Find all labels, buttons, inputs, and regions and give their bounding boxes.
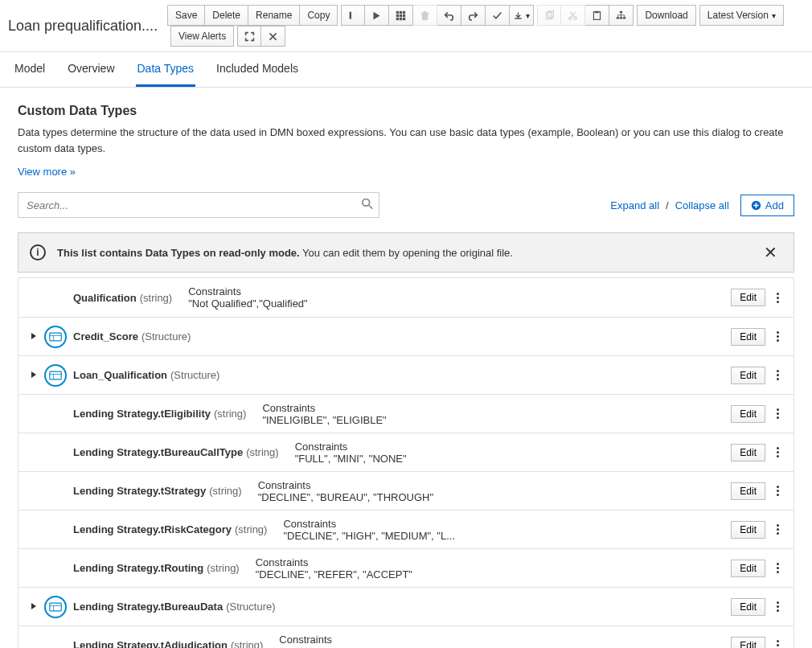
tab-model[interactable]: Model: [13, 52, 47, 87]
close-icon-button[interactable]: [261, 26, 285, 47]
svg-rect-15: [620, 10, 622, 12]
tab-included-models[interactable]: Included Models: [215, 52, 300, 87]
data-type-row: Lending Strategy.tStrategy (string)Const…: [18, 471, 794, 510]
svg-rect-7: [400, 17, 402, 19]
page-title: Loan prequalification....: [8, 18, 161, 35]
edit-button[interactable]: Edit: [731, 637, 765, 649]
banner-close-icon[interactable]: ✕: [759, 243, 782, 262]
data-type-name: Lending Strategy.tRiskCategory: [73, 523, 232, 535]
tab-overview[interactable]: Overview: [66, 52, 116, 87]
search-icon[interactable]: [362, 199, 373, 212]
edit-button[interactable]: Edit: [731, 289, 765, 306]
kebab-menu-icon[interactable]: [773, 289, 782, 306]
edit-button[interactable]: Edit: [731, 598, 765, 616]
view-alerts-button[interactable]: View Alerts: [170, 26, 234, 47]
edit-button[interactable]: Edit: [731, 560, 765, 577]
download-button[interactable]: Download: [637, 5, 695, 26]
svg-rect-18: [623, 17, 625, 18]
svg-rect-17: [620, 17, 622, 18]
copy-clip-icon-button[interactable]: [537, 5, 561, 26]
collapse-all-link[interactable]: Collapse all: [675, 199, 729, 211]
structure-icon: [44, 364, 67, 387]
grid-icon-button[interactable]: [389, 5, 413, 26]
edit-button[interactable]: Edit: [731, 367, 765, 384]
constraints-value: "INELIGIBLE", "ELIGIBLE": [262, 414, 386, 426]
edit-button[interactable]: Edit: [731, 521, 765, 539]
data-type-row: Qualification (string)Constraints"Not Qu…: [18, 278, 794, 317]
kebab-menu-icon[interactable]: [773, 598, 782, 615]
svg-rect-27: [50, 603, 61, 611]
expand-caret-icon[interactable]: [30, 369, 38, 381]
run-icon-button[interactable]: [365, 5, 389, 26]
trash-icon-button[interactable]: [413, 5, 437, 26]
data-type-kind: (string): [209, 485, 241, 497]
view-more-link[interactable]: View more »: [18, 166, 76, 178]
kebab-menu-icon[interactable]: [773, 482, 782, 499]
kebab-menu-icon[interactable]: [773, 521, 782, 538]
data-type-name: Lending Strategy.tBureauData: [73, 601, 223, 613]
data-type-name: Credit_Score: [73, 330, 138, 342]
info-banner: i This list contains Data Types on read-…: [18, 232, 794, 273]
version-dropdown[interactable]: Latest Version: [699, 5, 784, 26]
kebab-menu-icon[interactable]: [773, 367, 782, 383]
data-type-kind: (string): [207, 562, 239, 574]
svg-rect-6: [396, 17, 399, 19]
redo-icon-button[interactable]: [461, 5, 486, 26]
data-type-kind: (string): [246, 446, 278, 458]
data-type-row: Lending Strategy.tBureauCallType (string…: [18, 433, 794, 471]
expand-caret-icon[interactable]: [30, 330, 38, 342]
constraints-value: "DECLINE", "HIGH", "MEDIUM", "L...: [283, 530, 455, 542]
constraints-value: "FULL", "MINI", "NONE": [295, 453, 407, 465]
data-type-row: Lending Strategy.tAdjudication (string)C…: [18, 625, 794, 648]
expand-icon-button[interactable]: [237, 26, 261, 47]
edit-button[interactable]: Edit: [731, 482, 765, 500]
svg-rect-24: [50, 371, 61, 379]
constraints-label: Constraints: [188, 285, 308, 297]
delete-button[interactable]: Delete: [205, 5, 248, 26]
check-icon-button[interactable]: [486, 5, 510, 26]
kebab-menu-icon[interactable]: [773, 560, 782, 576]
banner-text: You can edit them by opening the origina…: [300, 247, 513, 259]
constraints-value: "DECLINE", "REFER", "ACCEPT": [256, 568, 412, 580]
kebab-menu-icon[interactable]: [773, 328, 782, 345]
export-dropdown-button[interactable]: [510, 5, 534, 26]
svg-rect-14: [595, 10, 599, 12]
banner-bold-text: This list contains Data Types on read-on…: [57, 247, 300, 259]
rename-button[interactable]: Rename: [248, 5, 300, 26]
constraints-label: Constraints: [283, 518, 455, 530]
info-icon: i: [30, 244, 46, 260]
data-type-kind: (string): [235, 523, 267, 535]
edit-button[interactable]: Edit: [731, 328, 765, 346]
constraints-label: Constraints: [258, 479, 433, 491]
kebab-menu-icon[interactable]: [773, 444, 782, 461]
undo-icon-button[interactable]: [437, 5, 461, 26]
data-type-row: Lending Strategy.tEligibility (string)Co…: [18, 394, 794, 433]
data-type-kind: (Structure): [141, 330, 191, 342]
svg-rect-4: [400, 14, 402, 16]
structure-icon: [44, 326, 67, 348]
expand-all-link[interactable]: Expand all: [610, 199, 659, 211]
svg-rect-3: [396, 14, 399, 16]
data-type-name: Lending Strategy.tAdjudication: [73, 639, 228, 648]
tree-icon-button[interactable]: [609, 5, 634, 26]
constraints-value: "Not Qualified","Qualified": [188, 297, 308, 310]
paste-icon-button[interactable]: [585, 5, 609, 26]
data-type-row: Credit_Score (Structure)Edit: [18, 317, 794, 355]
validate-icon-button[interactable]: [341, 5, 365, 26]
add-button[interactable]: Add: [740, 195, 794, 216]
search-input[interactable]: [18, 192, 379, 218]
cut-icon-button[interactable]: [561, 5, 585, 26]
data-type-name: Lending Strategy.tEligibility: [73, 408, 211, 420]
data-type-row: Loan_Qualification (Structure)Edit: [18, 355, 794, 394]
edit-button[interactable]: Edit: [731, 405, 765, 423]
expand-caret-icon[interactable]: [30, 601, 38, 613]
copy-button[interactable]: Copy: [300, 5, 338, 26]
tab-data-types[interactable]: Data Types: [136, 52, 196, 87]
data-type-name: Loan_Qualification: [73, 369, 167, 381]
kebab-menu-icon[interactable]: [773, 405, 782, 422]
edit-button[interactable]: Edit: [731, 444, 765, 461]
svg-rect-16: [617, 17, 619, 18]
save-button[interactable]: Save: [167, 5, 205, 26]
svg-rect-21: [50, 333, 61, 341]
kebab-menu-icon[interactable]: [773, 637, 782, 648]
